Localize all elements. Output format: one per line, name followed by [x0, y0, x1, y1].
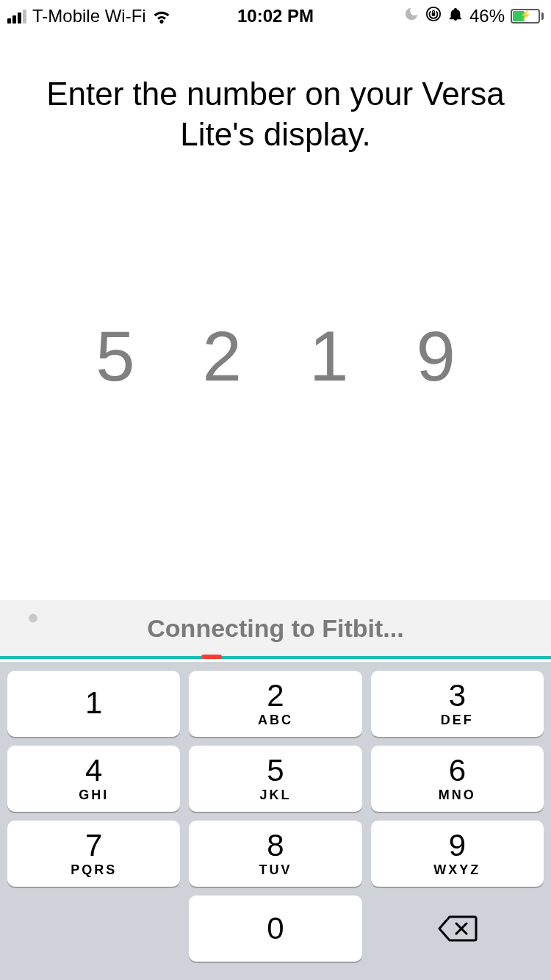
backspace-icon [436, 914, 478, 943]
svg-rect-1 [432, 12, 436, 16]
do-not-disturb-icon [403, 6, 419, 26]
code-digit-1: 5 [96, 316, 134, 397]
keypad-key-num: 2 [267, 680, 284, 711]
keypad-key-7[interactable]: 7 PQRS [7, 821, 180, 887]
keypad-spacer [7, 896, 180, 962]
code-display: 5 2 1 9 [0, 316, 551, 397]
keypad-key-6[interactable]: 6 MNO [371, 746, 544, 812]
keypad-key-num: 5 [267, 755, 284, 786]
main-content: Enter the number on your Versa Lite's di… [0, 32, 551, 397]
keypad-key-sub: TUV [259, 862, 292, 878]
keypad-key-3[interactable]: 3 DEF [371, 671, 544, 737]
keypad-key-num: 0 [267, 913, 284, 944]
code-digit-2: 2 [203, 316, 242, 397]
keypad-key-sub: JKL [259, 788, 291, 803]
keypad-key-sub: ABC [258, 713, 293, 728]
progress-marker [201, 655, 222, 659]
connection-status-bar: Connecting to Fitbit... [0, 600, 551, 659]
keypad-key-5[interactable]: 5 JKL [189, 746, 361, 812]
keypad-key-num: 6 [449, 755, 466, 786]
status-right: 46% ⚡ [403, 6, 544, 26]
keypad-key-num: 4 [85, 755, 102, 786]
code-digit-3: 1 [309, 316, 348, 397]
spinner-icon [19, 614, 47, 642]
keypad-key-num: 8 [267, 830, 284, 861]
wifi-icon [152, 9, 171, 24]
keypad-key-2[interactable]: 2 ABC [189, 671, 361, 737]
carrier-label: T-Mobile Wi-Fi [32, 6, 146, 26]
keypad-key-sub: GHI [79, 788, 109, 803]
keypad-key-sub: DEF [441, 713, 474, 728]
keypad-key-num: 9 [449, 830, 466, 861]
keypad-key-0[interactable]: 0 [189, 896, 361, 962]
keypad-key-1[interactable]: 1 [7, 671, 180, 737]
keypad-key-num: 3 [449, 680, 466, 711]
signal-bars-icon [7, 9, 26, 24]
keypad-key-sub: MNO [439, 788, 476, 803]
orientation-lock-icon [425, 6, 442, 26]
keypad-key-num: 1 [85, 688, 102, 718]
backspace-button[interactable] [371, 896, 544, 962]
prompt-text: Enter the number on your Versa Lite's di… [0, 73, 551, 154]
keypad-key-9[interactable]: 9 WXYZ [371, 821, 544, 887]
code-digit-4: 9 [416, 316, 455, 397]
connection-status-text: Connecting to Fitbit... [0, 614, 551, 643]
alarm-icon [447, 6, 464, 26]
status-left: T-Mobile Wi-Fi [7, 6, 171, 26]
keypad-key-num: 7 [85, 830, 102, 861]
status-bar: T-Mobile Wi-Fi 10:02 PM 46% ⚡ [0, 0, 551, 32]
numeric-keypad: 1 2 ABC 3 DEF 4 GHI 5 JKL 6 MNO 7 PQRS [0, 662, 551, 980]
keypad-key-sub: WXYZ [433, 862, 480, 878]
keypad-key-8[interactable]: 8 TUV [189, 821, 361, 887]
keypad-key-4[interactable]: 4 GHI [7, 746, 180, 812]
keypad-key-sub: PQRS [71, 862, 117, 878]
battery-pct-label: 46% [469, 6, 505, 26]
battery-icon: ⚡ [511, 9, 544, 24]
